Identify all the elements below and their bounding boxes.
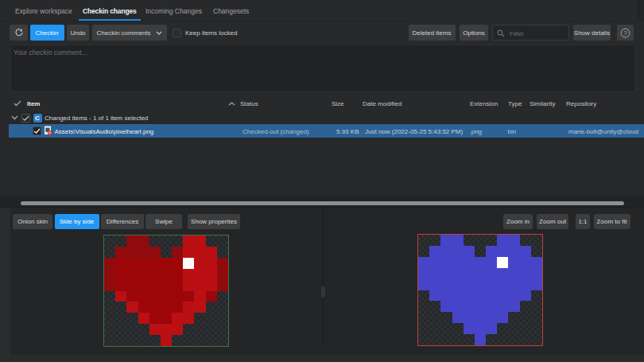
svg-text:?: ?: [623, 29, 627, 37]
